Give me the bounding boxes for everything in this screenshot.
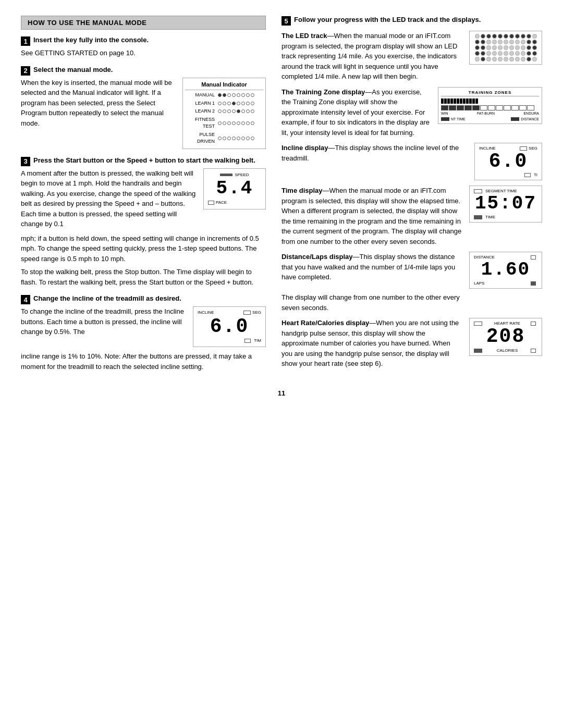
step-1-number: 1 (21, 36, 30, 46)
time-emdash: — (323, 187, 329, 194)
led-dot (532, 51, 537, 56)
led-row-2 (472, 40, 539, 44)
led-dot (481, 40, 485, 44)
led-track-display (469, 31, 542, 65)
indicator-container: When the key is inserted, the manual mod… (21, 78, 266, 149)
step-1-content: See GETTING STARTED on page 10. (21, 48, 266, 58)
led-dot (521, 40, 525, 44)
time-row-right: TI (479, 172, 537, 177)
led-title: The LED track (282, 32, 327, 40)
led-dot (515, 51, 520, 56)
step-4-text: To change the incline of the treadmill, … (21, 306, 186, 337)
zone-ind (441, 105, 448, 110)
dot (232, 93, 236, 97)
incline-right-display: INCLINE SEG 6.0 TI (474, 143, 542, 180)
time-box-left (244, 339, 251, 343)
dot (246, 93, 250, 97)
step-3-number: 3 (21, 157, 30, 166)
led-text: The LED track—When the manual mode or an… (282, 31, 462, 82)
training-zone-display: TRAINING ZONES (438, 87, 542, 124)
laps-box (531, 281, 536, 286)
led-dot (504, 40, 508, 44)
dot (218, 109, 222, 113)
step-3-text3: To stop the walking belt, press the Stop… (21, 267, 266, 287)
led-dot (504, 34, 508, 39)
incline-left-wrap: To change the incline of the treadmill, … (21, 306, 266, 347)
indicator-row-learn2: LEARN 2 (185, 108, 263, 115)
led-row-5 (472, 57, 539, 61)
zone-dist-rect (511, 117, 519, 121)
zone-bar-row (441, 98, 539, 104)
time-row-left: TIM (198, 338, 261, 344)
dot (237, 93, 240, 97)
zone-ind (527, 105, 534, 110)
incline-right-text: Incline display—This display shows the i… (282, 143, 467, 163)
heart-display-title: Heart Rate/Calories display (282, 319, 369, 327)
led-row-1 (472, 34, 539, 39)
zone-ind (480, 105, 487, 110)
led-dot (498, 57, 503, 61)
led-section-wrap: The LED track—When the manual mode or an… (282, 31, 542, 82)
zone-ind (464, 105, 472, 110)
dot (251, 109, 254, 113)
dot (237, 121, 240, 125)
dot (227, 137, 231, 140)
led-dot (509, 51, 514, 56)
dot (241, 109, 245, 113)
step-3-content: A moment after the button is pressed, th… (21, 168, 266, 288)
dot (232, 102, 236, 105)
led-dot (492, 40, 497, 44)
calories-row: CALORIES (474, 348, 537, 353)
zone-label-fatburn: FAT-BURN (477, 112, 495, 115)
label-learn1: LEARN 1 (185, 100, 216, 107)
time-label-left: TIM (254, 338, 261, 344)
led-emdash: — (327, 32, 334, 40)
step-1-title: Insert the key fully into the console. (33, 36, 149, 45)
step-4-more-text: incline range is 1% to 10%. Note: After … (21, 351, 266, 372)
incline-left-display: INCLINE SEG 6.0 TIM (193, 306, 266, 347)
zone-bar-seg (472, 98, 475, 104)
speed-display-label-row: SPEED (208, 172, 261, 178)
heart-value: 208 (474, 327, 537, 347)
step-5-number: 5 (282, 16, 291, 26)
led-dot (492, 51, 497, 56)
zone-time-rect (441, 117, 449, 121)
page-number: 11 (21, 389, 542, 397)
step-4-title: Change the incline of the treadmill as d… (33, 294, 181, 303)
led-dot (492, 34, 497, 39)
zone-ind (472, 105, 480, 110)
pace-label: PACE (216, 200, 227, 206)
led-dot (475, 40, 480, 44)
dot (241, 93, 245, 97)
distance-display: DISTANCE 1.60 LAPS (469, 252, 542, 289)
dots-manual (218, 93, 254, 97)
led-dot (509, 40, 514, 44)
zone-bar-seg (441, 98, 444, 104)
speed-display: SPEED 5.4 PACE (203, 168, 266, 209)
led-dot (475, 45, 480, 50)
zone-bar-seg (475, 98, 478, 104)
zone-label-endura: ENDURA (523, 112, 539, 115)
led-dot (498, 45, 503, 50)
zone-bottom-distance: DISTANCE (511, 117, 539, 121)
zone-bar-seg (469, 98, 472, 104)
led-dot (498, 40, 503, 44)
distance-value: 1.60 (474, 261, 537, 279)
led-dot (492, 45, 497, 50)
ti-label-right: TI (534, 172, 537, 177)
indicator-row-manual: MANUAL (185, 92, 263, 99)
led-dot (492, 57, 497, 61)
label-fitness: FITNESS TEST (185, 116, 216, 130)
dot (232, 121, 236, 125)
training-emdash: — (365, 88, 372, 96)
incline-right-value: 6.0 (479, 152, 537, 171)
label-manual: MANUAL (185, 92, 216, 99)
col-left: HOW TO USE THE MANUAL MODE 1 Insert the … (21, 16, 266, 379)
zone-ind (519, 105, 527, 110)
distance-body2: The display will change from one number … (282, 293, 460, 312)
step-2-text: When the key is inserted, the manual mod… (21, 78, 174, 129)
dot (223, 102, 226, 105)
led-dot (515, 40, 520, 44)
heart-display: HEART RATE 208 CALORIES (469, 318, 542, 356)
led-dot (486, 34, 491, 39)
